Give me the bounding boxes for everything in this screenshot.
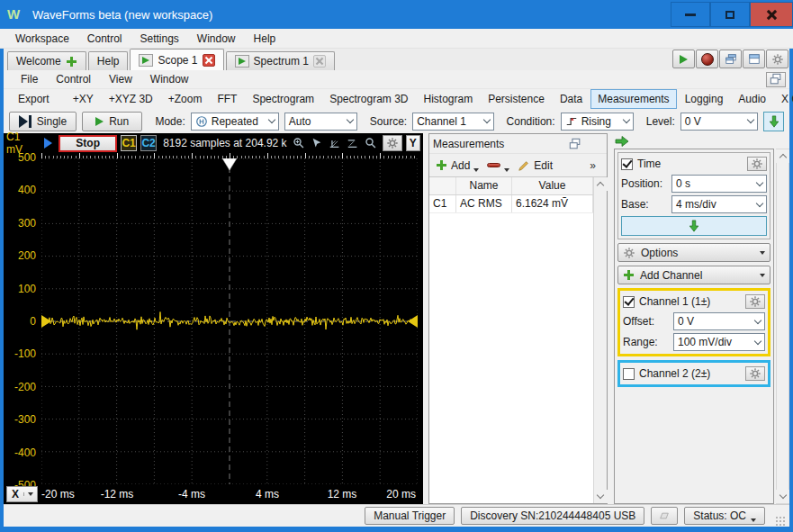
channel-2-options-button[interactable] [745,366,765,381]
x-axis-button[interactable]: X [6,486,38,502]
menu-window[interactable]: Window [189,31,244,47]
tool-audio[interactable]: Audio [731,89,773,109]
fit-height-icon[interactable] [329,137,341,149]
tool-add-xyz-3d[interactable]: +XYZ 3D [102,89,160,109]
menu-workspace[interactable]: Workspace [7,31,77,47]
measurements-scrollbar[interactable] [593,177,607,503]
device-button[interactable]: Discovery SN:210244448405 USB [461,507,644,525]
tile-windows-button[interactable] [743,50,765,68]
minimize-button[interactable] [671,2,710,27]
plot-options-button[interactable] [383,135,402,151]
tab-scope-close-icon[interactable] [203,54,215,67]
edit-measurement-button[interactable]: Edit [515,158,555,174]
scroll-up-icon[interactable] [776,149,789,163]
range-select[interactable]: 100 mV/div [673,333,765,351]
level-default-button[interactable] [763,112,784,131]
time-checkbox[interactable] [621,158,633,170]
mode-select[interactable]: Repeated [191,113,279,131]
tool-measurements[interactable]: Measurements [590,89,676,109]
magnifier-icon[interactable] [365,137,377,149]
tool-histogram[interactable]: Histogram [417,89,481,109]
measurement-name: AC RMS [456,195,512,212]
menu-help[interactable]: Help [246,31,284,47]
tool-spectrogram[interactable]: Spectrogram [245,89,321,109]
close-button[interactable] [750,2,793,27]
zoom-in-icon[interactable] [293,137,305,149]
manual-trigger-button[interactable]: Manual Trigger [365,507,455,525]
close-panel-button[interactable] [587,137,603,151]
channel-1-options-button[interactable] [745,294,765,309]
tool-add-xy[interactable]: +XY [66,89,101,109]
status-dropdown-button[interactable]: Status: OC [684,507,765,525]
channel-2-chip[interactable]: C2 [140,135,157,151]
channel-2-checkbox[interactable] [623,368,635,380]
float-panel-button[interactable] [567,137,583,151]
y-axis-button[interactable]: Y [406,135,420,151]
green-right-arrow-icon[interactable] [614,135,630,148]
tool-add-zoom[interactable]: +Zoom [161,89,210,109]
config-scrollbar[interactable] [776,149,789,504]
remove-measurement-button[interactable] [484,157,512,175]
scope-menu-view[interactable]: View [101,72,140,86]
add-channel-button[interactable]: Add Channel [617,266,770,284]
tab-scope-1[interactable]: Scope 1 [130,49,223,70]
maximize-button[interactable] [710,2,750,27]
table-row[interactable]: C1 AC RMS 6.1624 mṼ [429,195,607,213]
tool-x-cursors[interactable]: X Cursors [774,89,793,109]
x-tick: 12 ms [328,488,357,500]
scroll-down-icon[interactable] [776,490,789,503]
tab-welcome[interactable]: Welcome [7,51,86,70]
trigger-auto-select[interactable]: Auto [284,113,357,131]
device-indicator-button[interactable] [651,507,678,525]
tool-fft[interactable]: FFT [210,89,244,109]
channel-1-group: Channel 1 (1±) Offset: 0 V [617,288,770,356]
time-options-button[interactable] [747,157,767,171]
tool-persistence[interactable]: Persistence [481,89,552,109]
add-measurement-button[interactable]: Add [433,157,482,175]
cursor-icon[interactable] [311,137,323,149]
measurements-overflow-button[interactable]: » [582,159,603,172]
menu-settings[interactable]: Settings [132,31,187,47]
time-default-button[interactable] [621,216,767,236]
menu-control[interactable]: Control [79,31,131,47]
scope-menu-window[interactable]: Window [142,72,197,86]
green-down-arrow-icon [688,220,700,232]
tab-help[interactable]: Help [88,51,129,70]
tool-export[interactable]: Export [11,89,57,109]
float-window-icon [569,138,581,150]
scroll-up-icon[interactable] [594,177,608,191]
tool-spectrogram-3d[interactable]: Spectrogram 3D [322,89,415,109]
scope-plot-area[interactable]: 500 400 300 200 100 0 -100 -200 -300 -40… [4,153,423,484]
column-value[interactable]: Value [512,177,593,194]
chevron-down-icon [747,116,754,123]
tab-spectrum-close-icon[interactable] [313,55,326,68]
options-button[interactable]: Options [617,243,770,262]
run-all-button[interactable] [672,50,695,68]
scope-stop-button[interactable]: Stop [59,135,117,152]
scope-menu-control[interactable]: Control [48,72,99,86]
offset-select[interactable]: 0 V [673,312,765,330]
resize-grip[interactable] [775,516,786,527]
level-select[interactable]: 0 V [680,113,759,131]
source-select[interactable]: Channel 1 [412,113,493,131]
scroll-down-icon[interactable] [594,490,608,503]
condition-select[interactable]: Rising [561,113,634,131]
workspace-options-button[interactable] [766,50,788,68]
cascade-windows-button[interactable] [719,50,742,68]
play-icon [139,54,153,67]
base-select[interactable]: 4 ms/div [671,195,767,213]
tool-logging[interactable]: Logging [678,89,731,109]
column-name[interactable]: Name [456,177,512,194]
scope-menu-file[interactable]: File [13,72,46,86]
channel-1-checkbox[interactable] [623,296,635,308]
position-select[interactable]: 0 s [671,175,767,193]
channel-1-chip[interactable]: C1 [121,135,137,151]
single-button[interactable]: Single [9,112,77,131]
stop-all-button[interactable] [696,50,718,68]
tool-data[interactable]: Data [553,89,590,109]
float-document-button[interactable] [766,72,786,87]
run-button[interactable]: Run [82,112,142,131]
fit-width-icon[interactable] [347,137,359,149]
tab-spectrum-1[interactable]: Spectrum 1 [226,51,335,70]
trigger-arrow-icon[interactable] [44,138,52,149]
